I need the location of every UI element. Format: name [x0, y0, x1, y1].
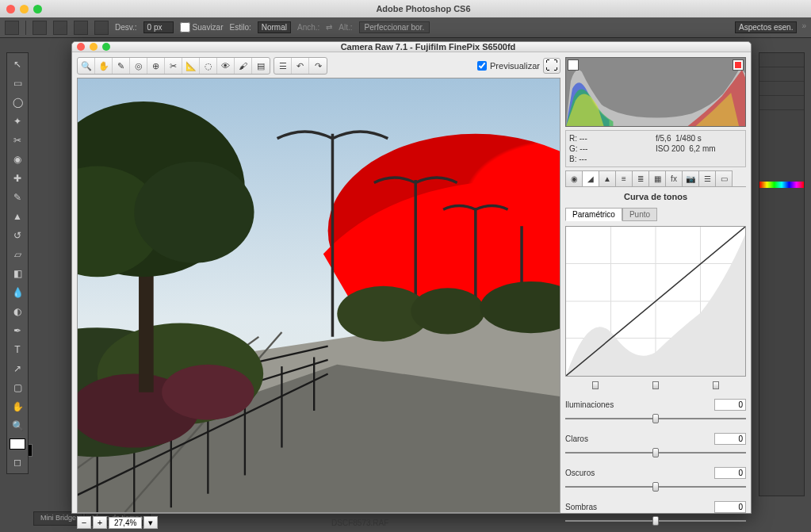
shadows-slider[interactable]	[565, 518, 746, 524]
graduated-filter-icon[interactable]: ▤	[252, 58, 270, 74]
cr-zoom-button[interactable]	[102, 43, 110, 51]
highlight-clipping-icon[interactable]	[733, 59, 744, 71]
tab-basic-icon[interactable]: ◉	[565, 170, 583, 186]
workspace-select[interactable]: Aspectos esen.	[735, 21, 797, 33]
shape-tool-icon[interactable]: ▢	[8, 379, 27, 396]
shadow-clipping-icon[interactable]	[568, 59, 579, 71]
adjustment-brush-icon[interactable]: 🖌	[235, 58, 252, 74]
tab-effects-icon[interactable]: fx	[665, 170, 683, 186]
marquee-icon[interactable]	[5, 21, 19, 35]
tab-detail-icon[interactable]: ▲	[599, 170, 616, 186]
antialias-checkbox[interactable]	[180, 22, 190, 33]
lights-slider[interactable]	[565, 450, 746, 456]
preferences-icon[interactable]: ☰	[274, 58, 292, 74]
stamp-tool-icon[interactable]: ▲	[8, 208, 27, 225]
rotate-cw-icon[interactable]: ↷	[309, 58, 327, 74]
panel-title: Curva de tonos	[565, 190, 746, 205]
hand-icon[interactable]: ✋	[95, 58, 113, 74]
subtab-parametric[interactable]: Paramétrico	[565, 208, 622, 221]
lights-value[interactable]: 0	[714, 433, 746, 445]
color-sampler-icon[interactable]: ◎	[130, 58, 147, 74]
cr-minimize-button[interactable]	[90, 43, 98, 51]
preview-image[interactable]	[77, 78, 560, 513]
redeye-icon[interactable]: 👁	[217, 58, 235, 74]
subtab-point[interactable]: Punto	[622, 208, 657, 221]
curve-handle-mid[interactable]	[652, 381, 659, 389]
curve-region-handles[interactable]	[565, 381, 746, 389]
pen-tool-icon[interactable]: ✒	[8, 322, 27, 339]
eyedropper-tool-icon[interactable]: ◉	[8, 151, 27, 168]
wand-tool-icon[interactable]: ✦	[8, 113, 27, 130]
tab-tone-curve-icon[interactable]: ◢	[582, 170, 599, 186]
preview-checkbox[interactable]	[477, 61, 487, 71]
hand-tool-icon[interactable]: ✋	[8, 398, 27, 415]
marquee-tool-icon[interactable]: ▭	[8, 75, 27, 92]
tone-curve[interactable]	[565, 226, 746, 377]
lasso-tool-icon[interactable]: ◯	[8, 94, 27, 111]
crop-tool-icon[interactable]: ✂	[8, 132, 27, 149]
add-selection-icon[interactable]	[53, 21, 67, 35]
zoom-dropdown-icon[interactable]: ▾	[143, 516, 158, 529]
ps-right-panels	[759, 52, 805, 496]
panel-tabs: ◉ ◢ ▲ ≡ ≣ ▦ fx 📷 ☰ ▭	[565, 170, 746, 187]
color-swatch[interactable]	[10, 438, 25, 450]
spot-removal-icon[interactable]: ◌	[200, 58, 217, 74]
info-readout: R: --- G: --- B: --- f/5,6 1/480 s ISO 2…	[565, 130, 746, 167]
dodge-tool-icon[interactable]: ◐	[8, 303, 27, 320]
cr-close-button[interactable]	[77, 43, 85, 51]
shadows-value[interactable]: 0	[714, 501, 746, 513]
fullscreen-icon[interactable]: ⛶	[543, 58, 560, 74]
zoom-icon[interactable]: 🔍	[78, 58, 95, 74]
blur-tool-icon[interactable]: 💧	[8, 284, 27, 301]
eraser-tool-icon[interactable]: ▱	[8, 246, 27, 263]
close-button[interactable]	[6, 5, 15, 13]
tab-lens-icon[interactable]: ▦	[648, 170, 666, 186]
style-select[interactable]: Normal	[258, 21, 291, 33]
zoom-in-button[interactable]: +	[93, 516, 107, 529]
zoom-tool-icon[interactable]: 🔍	[8, 417, 27, 434]
brush-tool-icon[interactable]: ✎	[8, 189, 27, 206]
rotate-ccw-icon[interactable]: ↶	[292, 58, 309, 74]
gradient-tool-icon[interactable]: ◧	[8, 265, 27, 282]
intersect-selection-icon[interactable]	[94, 21, 109, 35]
straighten-icon[interactable]: 📐	[182, 58, 200, 74]
minimize-button[interactable]	[20, 5, 29, 13]
targeted-adjust-icon[interactable]: ⊕	[147, 58, 165, 74]
svg-point-26	[411, 288, 484, 334]
tab-split-tone-icon[interactable]: ≣	[632, 170, 649, 186]
curve-handle-shadows[interactable]	[592, 381, 599, 389]
zoom-value[interactable]: 27,4%	[109, 517, 142, 529]
cr-title: Camera Raw 7.1 - Fujifilm FinePix S6500f…	[110, 42, 746, 52]
cr-zoom-bar: − + 27,4% ▾ DSCF8573.RAF	[77, 516, 560, 529]
white-balance-icon[interactable]: ✎	[113, 58, 130, 74]
feather-value[interactable]: 0 px	[143, 21, 174, 33]
zoom-out-button[interactable]: −	[77, 516, 91, 529]
preview-checkbox-group[interactable]: Previsualizar	[477, 61, 540, 71]
histogram	[565, 57, 746, 127]
darks-value[interactable]: 0	[714, 467, 746, 479]
curve-handle-highlights[interactable]	[713, 381, 719, 389]
tab-camera-icon[interactable]: 📷	[682, 170, 699, 186]
ps-tool-palette: ↖ ▭ ◯ ✦ ✂ ◉ ✚ ✎ ▲ ↺ ▱ ◧ 💧 ◐ ✒ T ↗ ▢ ✋ 🔍 …	[6, 52, 29, 474]
type-tool-icon[interactable]: T	[8, 341, 27, 358]
zoom-button[interactable]	[33, 5, 42, 13]
highlights-value[interactable]: 0	[714, 399, 746, 411]
subtract-selection-icon[interactable]	[74, 21, 88, 35]
crop-icon[interactable]: ✂	[165, 58, 182, 74]
darks-slider[interactable]	[565, 484, 746, 490]
highlights-slider[interactable]	[565, 415, 746, 422]
path-tool-icon[interactable]: ↗	[8, 360, 27, 377]
refine-edge-button[interactable]: Perfeccionar bor.	[359, 21, 430, 33]
move-tool-icon[interactable]: ↖	[8, 55, 27, 73]
tab-snapshots-icon[interactable]: ▭	[715, 170, 733, 186]
tab-presets-icon[interactable]: ☰	[698, 170, 716, 186]
history-brush-icon[interactable]: ↺	[8, 227, 27, 244]
quickmask-icon[interactable]: ◻	[8, 454, 27, 471]
healing-tool-icon[interactable]: ✚	[8, 170, 27, 187]
cr-toolbar: 🔍 ✋ ✎ ◎ ⊕ ✂ 📐 ◌ 👁 🖌 ▤ ☰ ↶ ↷	[77, 57, 560, 75]
color-ramp[interactable]	[759, 182, 804, 188]
tab-hsl-icon[interactable]: ≡	[615, 170, 633, 186]
highlights-label: Iluminaciones	[565, 400, 711, 409]
ps-options-bar: Desv.: 0 px Suavizar Estilo: Normal Anch…	[0, 17, 811, 38]
new-selection-icon[interactable]	[33, 21, 47, 35]
